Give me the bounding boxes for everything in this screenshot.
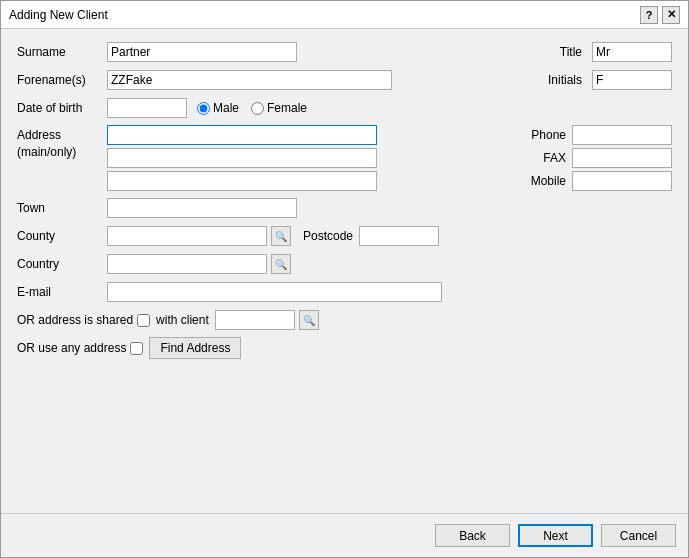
form-content: Surname Title Forename(s) Initials Date … (1, 29, 688, 513)
address3-input[interactable] (107, 171, 377, 191)
male-label: Male (213, 101, 239, 115)
country-input-group: 🔍 (107, 254, 291, 274)
forename-input[interactable] (107, 70, 392, 90)
with-client-label: with client (156, 313, 209, 327)
email-row: E-mail (17, 281, 672, 303)
fax-row: FAX (516, 148, 672, 168)
country-input[interactable] (107, 254, 267, 274)
country-row: Country 🔍 (17, 253, 672, 275)
any-address-row: OR use any address Find Address (17, 337, 672, 359)
female-radio-label[interactable]: Female (251, 101, 307, 115)
email-label: E-mail (17, 285, 107, 299)
phone-input[interactable] (572, 125, 672, 145)
county-input[interactable] (107, 226, 267, 246)
fax-input[interactable] (572, 148, 672, 168)
close-button[interactable]: ✕ (662, 6, 680, 24)
forename-row: Forename(s) Initials (17, 69, 672, 91)
female-radio[interactable] (251, 102, 264, 115)
fax-label: FAX (516, 151, 566, 165)
phone-row: Phone (516, 125, 672, 145)
cancel-button[interactable]: Cancel (601, 524, 676, 547)
with-client-input-group: 🔍 (215, 310, 319, 330)
surname-input[interactable] (107, 42, 297, 62)
town-row: Town (17, 197, 672, 219)
town-label: Town (17, 201, 107, 215)
shared-address-row: OR address is shared with client 🔍 (17, 309, 672, 331)
postcode-label: Postcode (303, 229, 353, 243)
with-client-group: with client 🔍 (137, 310, 319, 330)
or-shared-label: OR address is shared (17, 313, 133, 327)
county-row: County 🔍 Postcode (17, 225, 672, 247)
county-label: County (17, 229, 107, 243)
country-search-button[interactable]: 🔍 (271, 254, 291, 274)
title-bar-controls: ? ✕ (640, 6, 680, 24)
male-radio[interactable] (197, 102, 210, 115)
next-button[interactable]: Next (518, 524, 593, 547)
email-input[interactable] (107, 282, 442, 302)
male-radio-label[interactable]: Male (197, 101, 239, 115)
title-bar: Adding New Client ? ✕ (1, 1, 688, 29)
shared-address-checkbox[interactable] (137, 314, 150, 327)
dialog-footer: Back Next Cancel (1, 513, 688, 557)
address-label: Address(main/only) (17, 125, 107, 161)
initials-label: Initials (527, 73, 582, 87)
dialog-window: Adding New Client ? ✕ Surname Title Fore… (0, 0, 689, 558)
back-button[interactable]: Back (435, 524, 510, 547)
county-input-group: 🔍 (107, 226, 291, 246)
or-any-label: OR use any address (17, 341, 126, 355)
phone-block: Phone FAX Mobile (516, 125, 672, 191)
surname-label: Surname (17, 45, 107, 59)
with-client-search-button[interactable]: 🔍 (299, 310, 319, 330)
with-client-input[interactable] (215, 310, 295, 330)
help-button[interactable]: ? (640, 6, 658, 24)
country-label: Country (17, 257, 107, 271)
surname-row: Surname Title (17, 41, 672, 63)
title-group: Title (527, 42, 672, 62)
gender-group: Male Female (197, 101, 307, 115)
female-label: Female (267, 101, 307, 115)
postcode-input[interactable] (359, 226, 439, 246)
title-input[interactable] (592, 42, 672, 62)
dob-row: Date of birth Male Female (17, 97, 672, 119)
title-bar-title: Adding New Client (9, 8, 108, 22)
initials-input[interactable] (592, 70, 672, 90)
dob-label: Date of birth (17, 101, 107, 115)
town-input[interactable] (107, 198, 297, 218)
mobile-row: Mobile (516, 171, 672, 191)
forename-label: Forename(s) (17, 73, 107, 87)
any-address-checkbox[interactable] (130, 342, 143, 355)
phone-label: Phone (516, 128, 566, 142)
find-address-button[interactable]: Find Address (149, 337, 241, 359)
mobile-input[interactable] (572, 171, 672, 191)
address-inputs (107, 125, 377, 191)
mobile-label: Mobile (516, 174, 566, 188)
dob-input[interactable] (107, 98, 187, 118)
address-block: Address(main/only) Phone FAX Mobile (17, 125, 672, 191)
county-search-button[interactable]: 🔍 (271, 226, 291, 246)
title-label: Title (527, 45, 582, 59)
address2-input[interactable] (107, 148, 377, 168)
initials-group: Initials (527, 70, 672, 90)
address1-input[interactable] (107, 125, 377, 145)
